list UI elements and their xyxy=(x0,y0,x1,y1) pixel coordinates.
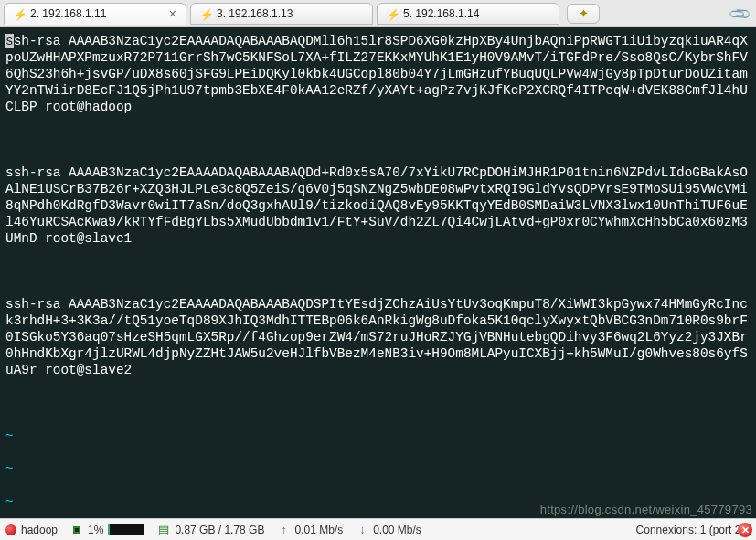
lightning-icon: ⚡ xyxy=(387,8,398,19)
ssh-key-2: ssh-rsa AAAAB3NzaC1yc2EAAAADAQABAAABAQDd… xyxy=(5,164,751,247)
watermark: https://blog.csdn.net/weixin_45779793 xyxy=(540,503,752,517)
x-icon: ✕ xyxy=(741,524,750,536)
memory-value: 0.87 GB / 1.78 GB xyxy=(175,524,264,536)
host-dot-icon xyxy=(5,524,16,535)
tab-label: 5. 192.168.1.14 xyxy=(403,7,537,20)
close-icon[interactable]: × xyxy=(169,7,176,20)
download-value: 0.00 Mb/s xyxy=(373,524,421,536)
ssh-key-3: ssh-rsa AAAAB3NzaC1yc2EAAAADAQABAAABAQDS… xyxy=(5,296,751,378)
connections-value: Connexions: 1 (port 22) xyxy=(636,524,751,536)
close-connection-button[interactable]: ✕ xyxy=(738,523,752,537)
status-bar: hadoop 1% ▤ 0.87 GB / 1.78 GB ↑ 0.01 Mb/… xyxy=(0,518,756,540)
vim-tilde: ~ xyxy=(5,428,751,444)
tab-label: 3. 192.168.1.13 xyxy=(217,7,350,20)
blank-line xyxy=(5,395,751,411)
upload-value: 0.01 Mb/s xyxy=(294,524,343,536)
ssh-key-1: ssh-rsa AAAAB3NzaC1yc2EAAAADAQABAAABAQDM… xyxy=(5,33,751,115)
paperclip-icon[interactable]: 📎 xyxy=(727,2,752,27)
host-name: hadoop xyxy=(21,524,58,536)
selected-char: s xyxy=(5,34,14,48)
lightning-icon: ⚡ xyxy=(200,8,211,19)
memory-indicator: ▤ 0.87 GB / 1.78 GB xyxy=(157,524,264,536)
upload-indicator: ↑ 0.01 Mb/s xyxy=(277,524,343,536)
connections-indicator: Connexions: 1 (port 22) xyxy=(636,524,751,536)
cpu-indicator: 1% xyxy=(70,524,144,536)
host-indicator: hadoop xyxy=(5,524,58,536)
tab-3[interactable]: ⚡ 5. 192.168.1.14 × xyxy=(377,3,559,25)
tab-2[interactable]: ⚡ 3. 192.168.1.13 × xyxy=(190,3,373,25)
tab-1[interactable]: ⚡ 2. 192.168.1.11 × xyxy=(4,3,186,25)
tab-bar: ⚡ 2. 192.168.1.11 × ⚡ 3. 192.168.1.13 × … xyxy=(0,0,756,27)
vim-tilde: ~ xyxy=(5,461,751,477)
lightning-icon: ⚡ xyxy=(14,8,25,19)
cpu-chip-icon xyxy=(70,524,83,536)
cpu-graph xyxy=(108,524,144,535)
download-arrow-icon: ↓ xyxy=(356,524,368,536)
upload-arrow-icon: ↑ xyxy=(277,524,290,536)
memory-icon: ▤ xyxy=(157,524,170,536)
terminal-pane[interactable]: ssh-rsa AAAAB3NzaC1yc2EAAAADAQABAAABAQDM… xyxy=(0,27,756,518)
blank-line xyxy=(5,132,751,148)
blank-line xyxy=(5,263,751,280)
download-indicator: ↓ 0.00 Mb/s xyxy=(356,524,421,536)
cpu-value: 1% xyxy=(88,524,103,536)
svg-rect-1 xyxy=(75,528,79,532)
new-tab-button[interactable]: ✦ xyxy=(567,4,600,24)
tab-label: 2. 192.168.1.11 xyxy=(30,7,164,20)
sparkle-icon: ✦ xyxy=(579,6,589,20)
